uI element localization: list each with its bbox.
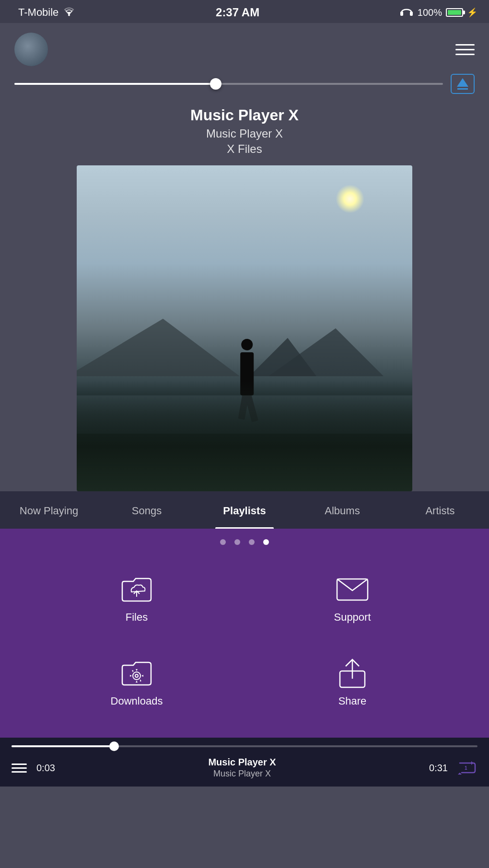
queue-line-3: [12, 771, 27, 773]
folder-gear-icon: [120, 659, 153, 687]
hamburger-line-3: [455, 54, 475, 55]
airplay-button[interactable]: [451, 74, 475, 94]
envelope-icon: [336, 575, 369, 603]
status-right: 100% ⚡: [399, 6, 477, 19]
album-art-container: [0, 165, 489, 491]
menu-item-files[interactable]: Files: [29, 575, 244, 635]
time-start: 0:03: [36, 763, 65, 774]
share-upload-icon: [336, 659, 369, 687]
header: [0, 23, 489, 74]
dot-2[interactable]: [234, 539, 240, 545]
menu-item-share[interactable]: Share: [244, 659, 460, 718]
progress-thumb[interactable]: [109, 741, 119, 751]
menu-item-support[interactable]: Support: [244, 575, 460, 635]
bottom-track-artist: Music Player X: [213, 769, 271, 779]
rocks-overlay: [77, 381, 412, 491]
hamburger-menu-button[interactable]: [455, 44, 475, 55]
files-label: Files: [126, 611, 148, 624]
bottom-player: 0:03 Music Player X Music Player X 0:31 …: [0, 738, 489, 787]
battery-percent: 100%: [418, 7, 442, 18]
share-label: Share: [338, 695, 367, 707]
tab-artists[interactable]: Artists: [391, 491, 489, 529]
airplay-icon: [457, 78, 468, 87]
volume-track[interactable]: [14, 83, 443, 85]
tab-albums[interactable]: Albums: [293, 491, 391, 529]
progress-bar-bottom[interactable]: [12, 745, 477, 747]
track-artist: Music Player X: [14, 127, 475, 140]
track-info: Music Player X Music Player X X Files: [0, 102, 489, 165]
wifi-icon: [62, 6, 76, 19]
repeat-button[interactable]: 1: [455, 757, 477, 779]
tab-playlists[interactable]: Playlists: [196, 491, 293, 529]
tab-songs[interactable]: Songs: [98, 491, 196, 529]
svg-rect-2: [410, 12, 413, 16]
bottom-track-title: Music Player X: [208, 757, 276, 768]
svg-point-5: [133, 672, 140, 680]
time-end: 0:31: [419, 763, 448, 774]
downloads-label: Downloads: [111, 695, 163, 707]
volume-thumb[interactable]: [210, 78, 221, 90]
dot-4[interactable]: [263, 539, 269, 545]
album-art[interactable]: [77, 165, 412, 491]
queue-line-2: [12, 767, 27, 769]
signal-bars: [12, 8, 14, 17]
headphones-icon: [399, 6, 414, 19]
avatar-image: [14, 33, 48, 66]
bottom-track-info: Music Player X Music Player X: [73, 757, 411, 779]
nav-tabs: Now Playing Songs Playlists Albums Artis…: [0, 491, 489, 529]
battery-fill: [448, 10, 461, 15]
support-label: Support: [334, 611, 371, 624]
svg-point-0: [68, 14, 70, 16]
dot-3[interactable]: [249, 539, 255, 545]
hamburger-line-2: [455, 49, 475, 50]
charging-icon: ⚡: [467, 7, 477, 18]
track-title: Music Player X: [14, 106, 475, 124]
status-left: T-Mobile: [12, 6, 76, 19]
volume-fill: [14, 83, 216, 85]
svg-point-6: [135, 674, 138, 677]
sun-decoration: [336, 185, 364, 213]
status-time: 2:37 AM: [216, 6, 259, 19]
avatar[interactable]: [14, 33, 48, 66]
track-album: X Files: [14, 142, 475, 156]
svg-text:1: 1: [465, 765, 467, 771]
page-dots: [0, 529, 489, 556]
queue-line-1: [12, 764, 27, 765]
volume-control: [0, 74, 489, 102]
menu-item-downloads[interactable]: Downloads: [29, 659, 244, 718]
battery-container: [446, 8, 463, 17]
figure-head: [241, 339, 253, 350]
airplay-base: [457, 88, 468, 90]
hamburger-line-1: [455, 44, 475, 46]
dot-1[interactable]: [220, 539, 226, 545]
tab-now-playing[interactable]: Now Playing: [0, 491, 98, 529]
queue-button[interactable]: [12, 764, 27, 773]
folder-cloud-icon: [120, 575, 153, 603]
mountain-1: [77, 319, 240, 376]
bottom-controls: 0:03 Music Player X Music Player X 0:31 …: [12, 757, 477, 779]
progress-fill: [12, 745, 114, 747]
battery-icon: [446, 8, 463, 17]
carrier-label: T-Mobile: [18, 6, 58, 19]
status-bar: T-Mobile 2:37 AM 100% ⚡: [0, 0, 489, 23]
svg-rect-1: [400, 12, 403, 16]
menu-grid: Files Support Downloads: [0, 556, 489, 738]
mountain-3: [249, 338, 316, 376]
